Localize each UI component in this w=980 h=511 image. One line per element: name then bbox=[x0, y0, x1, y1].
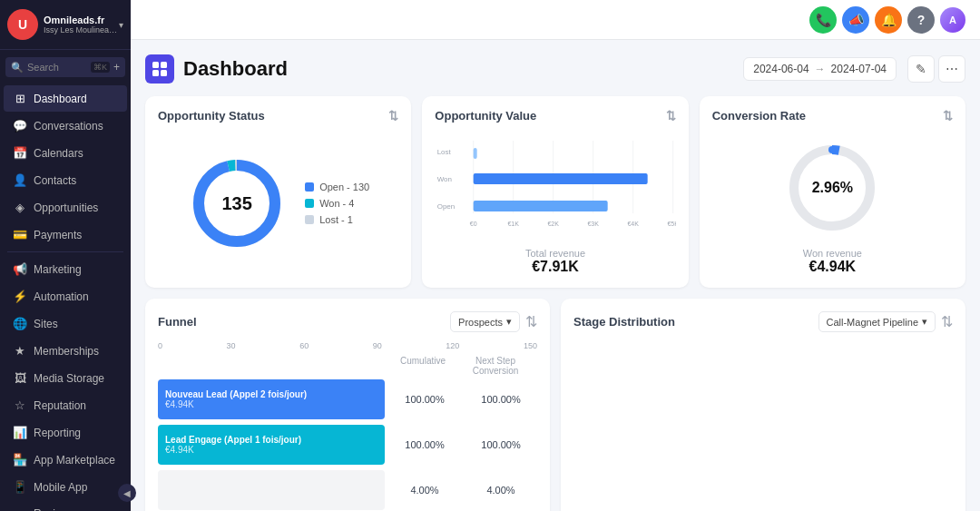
legend-label-lost: Lost - 1 bbox=[319, 214, 353, 225]
funnel-next-step-1: 100.00% bbox=[465, 394, 537, 405]
marketing-icon: 📢 bbox=[13, 262, 27, 276]
filter-icon[interactable]: ⇅ bbox=[388, 109, 398, 123]
funnel-cumulative-1: 100.00% bbox=[388, 394, 461, 405]
opp-value-body: Lost Won Open €0 €1K €2K €3K bbox=[435, 132, 675, 275]
reputation-icon: ☆ bbox=[13, 398, 27, 412]
conversations-icon: 💬 bbox=[13, 119, 27, 133]
cards-row: Opportunity Status ⇅ bbox=[145, 96, 965, 288]
legend-dot-won bbox=[305, 199, 314, 208]
sidebar-item-reputation[interactable]: ☆ Reputation bbox=[4, 392, 127, 418]
sidebar-item-automation[interactable]: ⚡ Automation bbox=[4, 283, 127, 310]
opportunities-icon: ◈ bbox=[13, 201, 27, 214]
stage-dist-dropdown[interactable]: Call-Magnet Pipeline ▾ bbox=[818, 311, 936, 332]
won-revenue-label: Won revenue bbox=[712, 248, 953, 259]
user-avatar[interactable]: A bbox=[940, 7, 965, 33]
sidebar-item-app-marketplace[interactable]: 🏪 App Marketplace bbox=[4, 447, 127, 473]
legend-item-open: Open - 130 bbox=[305, 182, 369, 192]
date-start: 2024-06-04 bbox=[753, 63, 808, 75]
funnel-filter-icon[interactable]: ⇅ bbox=[525, 313, 537, 330]
sidebar-item-label: Memberships bbox=[34, 345, 99, 358]
funnel-bar-title: Nouveau Lead (Appel 2 fois/jour) bbox=[165, 389, 377, 399]
funnel-bar-container bbox=[158, 470, 385, 510]
sidebar-item-label: Calendars bbox=[34, 147, 83, 160]
sites-icon: 🌐 bbox=[13, 317, 27, 330]
collapse-sidebar-button[interactable]: ◀ bbox=[118, 484, 136, 502]
funnel-bar-value: €4.94K bbox=[165, 399, 377, 409]
help-button[interactable]: ? bbox=[907, 6, 935, 34]
sidebar-item-mobile-app[interactable]: 📱 Mobile App bbox=[4, 474, 127, 500]
stage-dist-title: Stage Distribution bbox=[573, 315, 675, 329]
sidebar-item-dashboard[interactable]: ⊞ Dashboard bbox=[4, 85, 127, 112]
sidebar-header[interactable]: U Omnileads.fr Issy Les Moulineaux... ▾ bbox=[0, 0, 131, 50]
sidebar-item-label: Automation bbox=[34, 290, 89, 303]
dashboard-icon: ⊞ bbox=[13, 92, 27, 105]
sidebar-item-sites[interactable]: 🌐 Sites bbox=[4, 310, 127, 337]
sidebar-item-label: Sites bbox=[34, 318, 58, 330]
app-logo: U bbox=[7, 9, 38, 40]
megaphone-button[interactable]: 📣 bbox=[842, 6, 869, 34]
funnel-card: Funnel Prospects ▾ ⇅ 0 30 60 90 12 bbox=[145, 299, 550, 511]
legend-label-open: Open - 130 bbox=[319, 182, 369, 192]
date-range-picker[interactable]: 2024-06-04 → 2024-07-04 bbox=[743, 57, 897, 81]
svg-rect-3 bbox=[161, 70, 167, 76]
grid-icon bbox=[152, 61, 168, 77]
funnel-bar-title: Lead Engage (Appel 1 fois/jour) bbox=[165, 435, 377, 445]
sidebar-item-marketing[interactable]: 📢 Marketing bbox=[4, 256, 127, 282]
account-name: Omnileads.fr bbox=[44, 15, 119, 25]
stage-dist-body bbox=[573, 341, 953, 350]
card-title: Opportunity Status ⇅ bbox=[158, 109, 398, 123]
svg-text:Won: Won bbox=[437, 175, 452, 183]
sidebar-item-contacts[interactable]: 👤 Contacts bbox=[4, 167, 127, 193]
funnel-col-cumulative: Cumulative bbox=[387, 356, 459, 376]
sidebar-item-label: Reputation bbox=[34, 399, 86, 412]
search-bar[interactable]: 🔍 Search ⌘K + bbox=[5, 57, 125, 77]
sidebar-item-label: Conversations bbox=[34, 120, 103, 133]
sidebar-item-memberships[interactable]: ★ Memberships bbox=[4, 338, 127, 364]
chevron-down-icon: ▾ bbox=[119, 20, 123, 30]
svg-rect-19 bbox=[474, 201, 608, 211]
contacts-icon: 👤 bbox=[13, 173, 27, 187]
sidebar-item-calendars[interactable]: 📅 Calendars bbox=[4, 140, 127, 166]
svg-text:€2K: €2K bbox=[548, 221, 560, 227]
dashboard-content: Dashboard 2024-06-04 → 2024-07-04 ✎ ⋯ Op… bbox=[131, 40, 980, 511]
more-options-button[interactable]: ⋯ bbox=[938, 55, 965, 83]
svg-text:€3K: €3K bbox=[588, 221, 600, 227]
sidebar-item-conversations[interactable]: 💬 Conversations bbox=[4, 113, 127, 139]
account-info: Omnileads.fr Issy Les Moulineaux... bbox=[44, 15, 119, 34]
sidebar-item-label: Marketing bbox=[34, 263, 82, 276]
media-storage-icon: 🖼 bbox=[13, 371, 27, 385]
reporting-icon: 📊 bbox=[13, 426, 27, 439]
chevron-down-icon: ▾ bbox=[506, 316, 512, 328]
sidebar-item-reviews-dashboard[interactable]: ⭐ Reviews Dashboard bbox=[4, 501, 127, 511]
nav-items: ⊞ Dashboard 💬 Conversations 📅 Calendars … bbox=[0, 84, 131, 511]
memberships-icon: ★ bbox=[13, 344, 27, 358]
search-placeholder: Search bbox=[27, 62, 91, 73]
filter-icon[interactable]: ⇅ bbox=[943, 109, 953, 123]
svg-rect-0 bbox=[152, 62, 159, 68]
sidebar-item-label: App Marketplace bbox=[34, 454, 115, 467]
funnel-dropdown-label: Prospects bbox=[458, 317, 503, 328]
search-icon: 🔍 bbox=[11, 62, 24, 74]
sidebar-item-media-storage[interactable]: 🖼 Media Storage bbox=[4, 365, 127, 391]
sidebar-item-payments[interactable]: 💳 Payments bbox=[4, 221, 127, 248]
funnel-bar-1: Nouveau Lead (Appel 2 fois/jour) €4.94K bbox=[158, 379, 385, 419]
funnel-controls: Prospects ▾ ⇅ bbox=[450, 311, 537, 332]
sidebar-item-label: Media Storage bbox=[34, 372, 104, 385]
edit-dashboard-button[interactable]: ✎ bbox=[907, 55, 935, 83]
svg-text:Open: Open bbox=[437, 202, 456, 211]
filter-icon[interactable]: ⇅ bbox=[666, 109, 676, 123]
legend-dot-lost bbox=[305, 215, 314, 224]
svg-text:€0: €0 bbox=[470, 221, 477, 227]
bar-chart-svg: Lost Won Open €0 €1K €2K €3K bbox=[435, 132, 675, 241]
stage-dist-filter-icon[interactable]: ⇅ bbox=[941, 313, 953, 330]
notifications-button[interactable]: 🔔 bbox=[875, 6, 902, 34]
funnel-table-header: Cumulative Next Step Conversion bbox=[158, 356, 537, 376]
sidebar-item-label: Contacts bbox=[34, 174, 76, 187]
funnel-dropdown[interactable]: Prospects ▾ bbox=[450, 311, 520, 332]
phone-button[interactable]: 📞 bbox=[809, 6, 837, 34]
sidebar-item-opportunities[interactable]: ◈ Opportunities bbox=[4, 194, 127, 221]
sidebar-item-reporting[interactable]: 📊 Reporting bbox=[4, 419, 127, 446]
opp-status-body: 135 Open - 130 Won - 4 Los bbox=[158, 132, 398, 275]
svg-rect-18 bbox=[474, 173, 648, 184]
sidebar: U Omnileads.fr Issy Les Moulineaux... ▾ … bbox=[0, 0, 131, 511]
